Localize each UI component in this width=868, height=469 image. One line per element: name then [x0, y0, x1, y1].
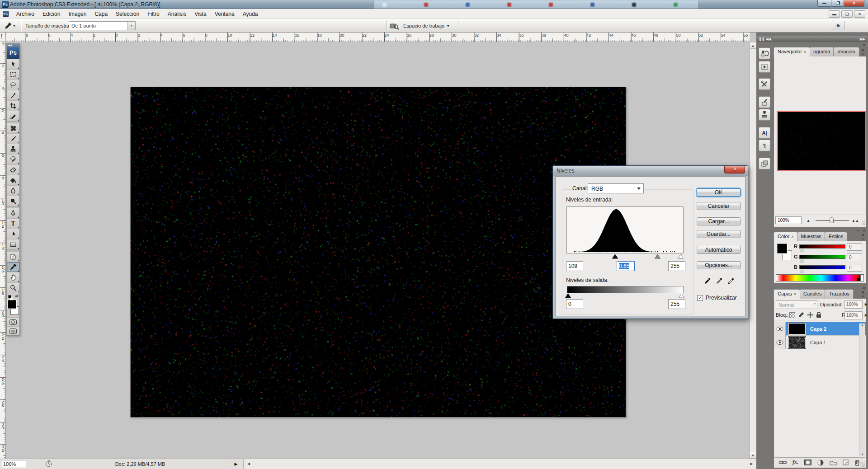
- document-image[interactable]: [130, 87, 626, 417]
- output-white-field[interactable]: 255: [668, 299, 685, 309]
- resize-grip[interactable]: [861, 220, 865, 225]
- layer-thumbnail[interactable]: [788, 323, 806, 335]
- panel-minimize-close[interactable]: − ×: [857, 286, 866, 291]
- character-panel-icon[interactable]: A|: [759, 127, 770, 139]
- layer-thumbnail[interactable]: [788, 337, 806, 348]
- layer-row-capa1[interactable]: Capa 1: [774, 336, 866, 349]
- doc-minimize-button[interactable]: ▬: [829, 10, 840, 18]
- save-button[interactable]: Guardar...: [697, 230, 741, 238]
- color-spectrum-ramp[interactable]: [776, 274, 864, 281]
- tab-navegador[interactable]: Navegador×: [774, 47, 810, 56]
- output-white-slider[interactable]: [679, 294, 684, 298]
- zoom-out-icon[interactable]: ▲: [807, 219, 810, 223]
- menu-item-archivo[interactable]: Archivo: [12, 9, 38, 19]
- scroll-right-arrow[interactable]: ▶: [748, 460, 755, 468]
- input-white-slider[interactable]: [678, 254, 684, 259]
- notes-tool[interactable]: [7, 251, 19, 262]
- new-layer-icon[interactable]: [843, 460, 849, 465]
- options-button[interactable]: Opciones...: [697, 261, 741, 269]
- crop-tool[interactable]: [7, 100, 19, 111]
- lock-all-icon[interactable]: [816, 312, 821, 318]
- tab-informacion[interactable]: rmación: [833, 47, 859, 56]
- tab-histograma[interactable]: ograma: [809, 47, 834, 56]
- new-group-icon[interactable]: [830, 460, 837, 465]
- add-mask-icon[interactable]: [804, 460, 811, 465]
- input-black-slider[interactable]: [612, 254, 618, 259]
- cancel-button[interactable]: Cancelar: [697, 202, 741, 210]
- menu-item-imagen[interactable]: Imagen: [64, 9, 90, 19]
- scroll-left-arrow[interactable]: ◀: [245, 460, 252, 468]
- zoom-level-field[interactable]: 100%: [1, 460, 26, 468]
- menu-item-vista[interactable]: Vista: [190, 9, 210, 19]
- navigator-zoom-field[interactable]: 100%: [775, 216, 802, 224]
- zoom-slider-thumb[interactable]: [830, 217, 834, 223]
- menu-item-analisis[interactable]: Análisis: [164, 9, 190, 19]
- zoom-tool[interactable]: [7, 282, 19, 293]
- scroll-up-arrow[interactable]: ▲: [750, 42, 756, 49]
- pen-tool[interactable]: [7, 208, 19, 218]
- gray-point-eyedropper[interactable]: [714, 275, 725, 286]
- magic-wand-tool[interactable]: [7, 90, 19, 100]
- output-black-slider[interactable]: [565, 294, 571, 298]
- ok-button[interactable]: OK: [697, 188, 741, 197]
- tab-capas[interactable]: Capas×: [774, 289, 800, 299]
- white-point-eyedropper[interactable]: [726, 275, 736, 286]
- panel-minimize-close[interactable]: − ×: [857, 228, 866, 233]
- clone-source-panel-icon[interactable]: [759, 109, 770, 121]
- vertical-scrollbar[interactable]: ▲ ▼: [750, 42, 756, 459]
- go-to-bridge-button[interactable]: Br: [833, 21, 844, 30]
- quick-mask-button[interactable]: [7, 317, 19, 326]
- close-button[interactable]: ×: [844, 0, 864, 7]
- doc-restore-button[interactable]: ❏: [841, 10, 853, 18]
- zoom-in-icon[interactable]: ▲▲: [852, 219, 859, 223]
- visibility-eye-icon[interactable]: [774, 322, 786, 336]
- panel-menu-icon[interactable]: ▼≡: [860, 291, 866, 298]
- brush-tool[interactable]: [7, 133, 19, 144]
- scroll-up-arrow[interactable]: ▲: [859, 324, 865, 327]
- eyedropper-tool-icon[interactable]: ▼: [5, 21, 18, 30]
- menu-item-ayuda[interactable]: Ayuda: [239, 9, 262, 19]
- menu-item-filtro[interactable]: Filtro: [143, 9, 164, 19]
- restore-button[interactable]: [831, 0, 844, 7]
- slice-tool[interactable]: [7, 111, 19, 121]
- healing-brush-tool[interactable]: [7, 123, 19, 133]
- layer-comps-panel-icon[interactable]: [759, 158, 770, 169]
- resize-grip[interactable]: [860, 462, 865, 467]
- paragraph-panel-icon[interactable]: ¶: [759, 140, 770, 151]
- green-slider-thumb[interactable]: [800, 259, 804, 262]
- history-brush-tool[interactable]: [7, 154, 19, 164]
- red-value-field[interactable]: 0: [847, 243, 862, 251]
- dialog-title-bar[interactable]: Niveles: [553, 166, 748, 176]
- workspace-button[interactable]: Espacio de trabajo ▼: [390, 21, 450, 31]
- screen-mode-button[interactable]: [7, 326, 19, 335]
- tab-estilos[interactable]: Estilos: [825, 232, 847, 241]
- panel-menu-icon[interactable]: ▼≡: [860, 49, 866, 56]
- tab-color[interactable]: Color×: [774, 232, 798, 241]
- shape-tool[interactable]: [7, 239, 19, 249]
- default-colors-icon[interactable]: [8, 295, 11, 298]
- fill-spinner[interactable]: ▶: [865, 313, 868, 317]
- blend-mode-dropdown[interactable]: Normal▼: [776, 300, 817, 309]
- paint-bucket-tool[interactable]: [7, 175, 19, 185]
- menu-item-seleccion[interactable]: Selección: [112, 9, 143, 19]
- preview-checkbox[interactable]: ✓: [697, 295, 703, 301]
- blur-tool[interactable]: [7, 185, 19, 196]
- tool-presets-panel-icon[interactable]: [759, 78, 770, 90]
- input-white-field[interactable]: 255: [668, 261, 685, 271]
- scroll-down-arrow[interactable]: ▼: [859, 453, 865, 456]
- horizontal-scrollbar[interactable]: ◀ ▶: [243, 459, 756, 469]
- hand-tool[interactable]: [7, 272, 19, 282]
- menu-item-edicion[interactable]: Edición: [38, 9, 64, 19]
- toolbox-grip[interactable]: ◀◀: [7, 44, 19, 47]
- green-slider[interactable]: [799, 255, 845, 259]
- layers-scrollbar[interactable]: ▲ ▼: [859, 324, 865, 456]
- red-slider-thumb[interactable]: [800, 249, 804, 252]
- history-panel-icon[interactable]: [759, 47, 770, 59]
- input-gamma-slider[interactable]: [655, 254, 660, 259]
- clone-stamp-tool[interactable]: [7, 144, 19, 154]
- navigator-zoom-slider[interactable]: [816, 220, 849, 221]
- type-tool[interactable]: T: [7, 218, 19, 229]
- adjustment-layer-icon[interactable]: [817, 460, 824, 466]
- eyedropper-tool[interactable]: [7, 262, 19, 272]
- opacity-field[interactable]: 100%▶: [844, 300, 863, 309]
